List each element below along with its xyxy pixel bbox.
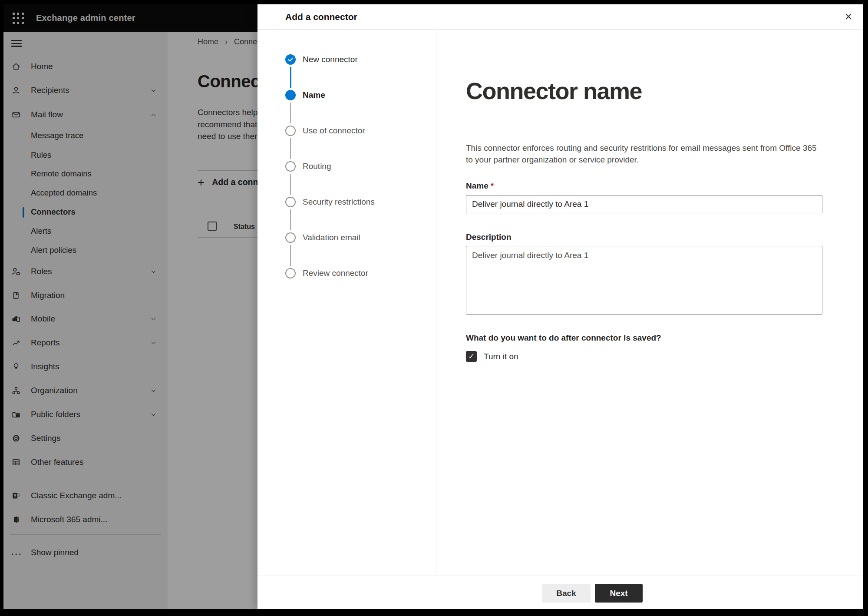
- step-intro: This connector enforces routing and secu…: [466, 142, 817, 166]
- step-connector-line: [290, 245, 291, 266]
- step-completed-icon: [285, 54, 296, 65]
- step-todo-icon: [285, 197, 296, 207]
- step-connector-line: [290, 103, 291, 123]
- close-icon[interactable]: ×: [840, 9, 857, 25]
- wizard-step-name[interactable]: Name: [257, 90, 436, 100]
- step-intro-line: to your partner organization or service …: [466, 154, 817, 166]
- screen: Exchange admin center HomeRecipientsMail…: [0, 0, 868, 616]
- step-label: Validation email: [303, 232, 360, 243]
- dialog-header: Add a connector ×: [257, 4, 863, 30]
- app-window: Exchange admin center HomeRecipientsMail…: [3, 4, 863, 609]
- wizard-step-security-restrictions[interactable]: Security restrictions: [257, 197, 436, 207]
- step-label: Use of connector: [303, 126, 365, 136]
- checkbox-checked-icon[interactable]: ✓: [466, 351, 477, 362]
- wizard-step-routing[interactable]: Routing: [257, 161, 436, 172]
- step-heading: Connector name: [466, 77, 642, 104]
- wizard-step-review-connector[interactable]: Review connector: [257, 268, 436, 278]
- required-asterisk: *: [491, 181, 494, 190]
- wizard-step-validation-email[interactable]: Validation email: [257, 232, 436, 243]
- step-connector-line: [290, 67, 291, 88]
- step-intro-line: This connector enforces routing and secu…: [466, 142, 817, 154]
- step-todo-icon: [285, 126, 296, 136]
- step-todo-icon: [285, 161, 296, 172]
- step-todo-icon: [285, 232, 296, 243]
- step-label: New connector: [303, 54, 358, 65]
- wizard-stepper: New connectorNameUse of connectorRouting…: [257, 30, 436, 576]
- dialog-footer: Back Next: [257, 576, 863, 609]
- description-field-label: Description: [466, 232, 512, 242]
- next-button[interactable]: Next: [595, 584, 643, 603]
- after-save-question: What do you want to do after connector i…: [466, 333, 661, 343]
- step-label: Routing: [303, 161, 331, 172]
- step-current-icon: [285, 90, 296, 100]
- name-field-label: Name*: [466, 181, 494, 191]
- dialog-title: Add a connector: [285, 4, 357, 30]
- step-todo-icon: [285, 268, 296, 278]
- name-input[interactable]: [466, 195, 822, 213]
- back-button[interactable]: Back: [542, 584, 591, 603]
- wizard-step-new-connector[interactable]: New connector: [257, 54, 436, 65]
- step-connector-line: [290, 138, 291, 159]
- description-textarea[interactable]: Deliver journal directly to Area 1: [466, 246, 822, 315]
- step-connector-line: [290, 209, 291, 230]
- wizard-step-use-of-connector[interactable]: Use of connector: [257, 126, 436, 136]
- checkbox-label: Turn it on: [484, 351, 518, 362]
- step-label: Name: [303, 90, 325, 100]
- step-label: Security restrictions: [303, 197, 375, 207]
- add-connector-dialog: Add a connector × New connectorNameUse o…: [257, 4, 863, 609]
- step-label: Review connector: [303, 268, 368, 278]
- step-connector-line: [290, 174, 291, 195]
